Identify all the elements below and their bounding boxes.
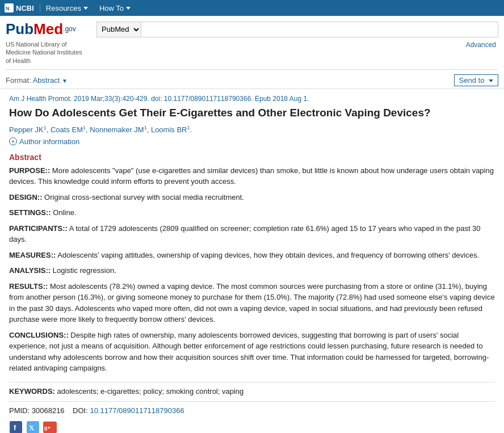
send-to-caret-icon <box>489 79 493 82</box>
twitter-icon: 𝕏 <box>27 421 39 433</box>
svg-text:𝕏: 𝕏 <box>29 424 34 431</box>
abstract-settings: SETTINGS:: Online. <box>9 207 495 218</box>
googleplus-icon: g+ <box>43 421 57 433</box>
abstract-title: Abstract <box>9 153 495 162</box>
format-caret-icon: ▼ <box>62 78 68 84</box>
search-database-select[interactable]: PubMed <box>96 22 141 37</box>
svg-text:f: f <box>14 423 16 432</box>
keywords-label: KEYWORDS: <box>9 387 55 396</box>
abstract-analysis: ANALYSIS:: Logistic regression. <box>9 265 495 276</box>
content-divider-1 <box>9 382 495 382</box>
pmid-value: 30068216 <box>32 406 65 415</box>
abstract-participants: PARTICIPANTS:: A total of 1729 adolescen… <box>9 223 495 245</box>
article-title: How Do Adolescents Get Their E-Cigarette… <box>9 106 495 120</box>
doi-link[interactable]: 10.1177/0890117118790366 <box>90 406 184 415</box>
search-input[interactable] <box>141 22 498 37</box>
twitter-share-button[interactable]: 𝕏 <box>26 421 40 433</box>
facebook-icon: f <box>10 421 22 433</box>
ncbi-description: US National Library of Medicine National… <box>6 40 82 65</box>
ncbi-icon: N <box>5 3 14 12</box>
author-pepper[interactable]: Pepper JK1 <box>9 125 47 134</box>
pubmed-logo: PubMed.gov <box>6 20 91 38</box>
format-value[interactable]: Abstract ▼ <box>33 76 68 85</box>
abstract-design: DESIGN:: Original cross-sectional survey… <box>9 192 495 203</box>
svg-text:g+: g+ <box>44 425 51 431</box>
howto-caret-icon <box>126 7 131 10</box>
keywords-text: adolescents; e-cigarettes; policy; smoki… <box>57 387 244 396</box>
ncbi-logo[interactable]: N NCBI <box>5 3 40 12</box>
citation-reference: Am J Health Promot. 2019 Mar;33(3):420-4… <box>9 95 495 103</box>
howto-menu[interactable]: How To <box>94 0 136 16</box>
header-divider <box>6 69 498 70</box>
main-content: Am J Health Promot. 2019 Mar;33(3):420-4… <box>0 89 504 433</box>
svg-text:N: N <box>6 6 10 11</box>
content-divider-2 <box>9 401 495 402</box>
pub-text: Pub <box>6 20 33 37</box>
keywords-section: KEYWORDS: adolescents; e-cigarettes; pol… <box>9 387 495 396</box>
format-bar: Format: Abstract ▼ Send to <box>6 74 498 86</box>
resources-caret-icon <box>83 7 88 10</box>
med-text: Med <box>33 20 63 37</box>
abstract-conclusions: CONCLUSIONS:: Despite high rates of owne… <box>9 330 495 374</box>
send-to-button[interactable]: Send to <box>454 74 498 86</box>
pmid-label: PMID: <box>9 406 30 415</box>
top-navigation: N NCBI Resources How To <box>0 0 504 16</box>
authors-list: Pepper JK1, Coats EM1, Nonnemaker JM1, L… <box>9 125 495 134</box>
gov-text: .gov <box>63 25 76 33</box>
author-info-label: Author information <box>19 137 79 146</box>
journal-link[interactable]: Am J Health Promot. <box>9 95 72 103</box>
header: PubMed.gov PubMed US National Library of… <box>0 16 504 89</box>
social-share-icons: f 𝕏 g+ <box>9 421 495 433</box>
author-coats[interactable]: Coats EM1 <box>51 125 86 134</box>
format-selector: Format: Abstract ▼ <box>6 76 68 85</box>
pmid-doi-section: PMID: 30068216 DOI: 10.1177/089011711879… <box>9 406 495 415</box>
citation-details: 2019 Mar;33(3):420-429. doi: 10.1177/089… <box>74 95 309 103</box>
abstract-results: RESULTS:: Most adolescents (78.2%) owned… <box>9 281 495 325</box>
plus-icon: + <box>9 137 17 145</box>
doi-label: DOI: <box>73 406 88 415</box>
advanced-search-link[interactable]: Advanced <box>466 41 496 49</box>
facebook-share-button[interactable]: f <box>9 421 23 433</box>
abstract-measures: MEASURES:: Adolescents' vaping attitudes… <box>9 250 495 261</box>
search-bar: PubMed <box>96 22 498 37</box>
resources-menu[interactable]: Resources <box>40 0 94 16</box>
author-loomis[interactable]: Loomis BR1 <box>151 125 190 134</box>
pubmed-logo-row: PubMed.gov PubMed <box>6 20 498 38</box>
googleplus-share-button[interactable]: g+ <box>43 421 57 433</box>
abstract-body: PURPOSE:: More adolescents "vape" (use e… <box>9 165 495 374</box>
abstract-section: Abstract PURPOSE:: More adolescents "vap… <box>9 153 495 374</box>
abstract-purpose: PURPOSE:: More adolescents "vape" (use e… <box>9 165 495 187</box>
author-nonnemaker[interactable]: Nonnemaker JM1 <box>90 125 146 134</box>
ncbi-label: NCBI <box>16 4 34 12</box>
author-info-toggle[interactable]: + Author information <box>9 137 495 146</box>
